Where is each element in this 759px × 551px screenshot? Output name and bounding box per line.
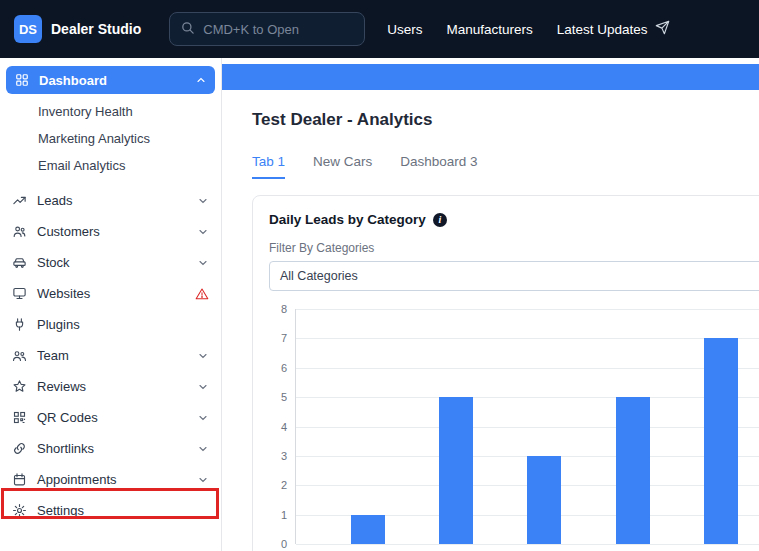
chevron-down-icon bbox=[197, 257, 209, 269]
sidebar-item-label: Team bbox=[37, 348, 197, 363]
tab-1[interactable]: Tab 1 bbox=[252, 154, 285, 179]
star-icon bbox=[12, 379, 27, 394]
sidebar-item-label: Reviews bbox=[37, 379, 197, 394]
trend-up-icon bbox=[12, 193, 27, 208]
chevron-down-icon bbox=[197, 226, 209, 238]
y-axis: 012345678 bbox=[269, 309, 295, 544]
chevron-up-icon bbox=[195, 74, 207, 86]
chevron-down-icon bbox=[197, 443, 209, 455]
tab-new-cars[interactable]: New Cars bbox=[313, 154, 372, 179]
sidebar-item-customers[interactable]: Customers bbox=[0, 216, 221, 247]
sidebar-item-settings[interactable]: Settings bbox=[0, 495, 221, 526]
sidebar-item-label: Appointments bbox=[37, 472, 197, 487]
sidebar-item-websites[interactable]: Websites bbox=[0, 278, 221, 309]
page-title: Test Dealer - Analytics bbox=[252, 110, 759, 130]
sidebar-item-label: Settings bbox=[37, 503, 209, 518]
y-tick-label: 2 bbox=[281, 479, 287, 491]
bar bbox=[616, 397, 650, 544]
main-area: Test Dealer - Analytics Tab 1 New Cars D… bbox=[222, 58, 759, 551]
y-tick-label: 3 bbox=[281, 450, 287, 462]
dashboard-subnav: Inventory Health Marketing Analytics Ema… bbox=[0, 96, 221, 185]
bar bbox=[439, 397, 473, 544]
dashboard-grid-icon bbox=[14, 73, 29, 88]
gear-icon bbox=[12, 503, 27, 518]
app-logo: DS bbox=[14, 15, 42, 43]
bar bbox=[704, 338, 738, 544]
sidebar-item-label: Plugins bbox=[37, 317, 209, 332]
sidebar-item-qr-codes[interactable]: QR Codes bbox=[0, 402, 221, 433]
bar bbox=[351, 515, 385, 544]
topnav-latest-updates[interactable]: Latest Updates bbox=[557, 20, 670, 38]
sidebar-item-appointments[interactable]: Appointments bbox=[0, 464, 221, 495]
y-tick-label: 0 bbox=[281, 538, 287, 550]
bar bbox=[527, 456, 561, 544]
sidebar-subitem-inventory-health[interactable]: Inventory Health bbox=[0, 98, 221, 125]
bar-chart: 012345678 bbox=[269, 309, 759, 544]
sidebar-item-team[interactable]: Team bbox=[0, 340, 221, 371]
link-icon bbox=[12, 441, 27, 456]
search-input[interactable] bbox=[203, 22, 343, 37]
card-title: Daily Leads by Category bbox=[269, 212, 426, 227]
categories-select[interactable]: All Categories bbox=[269, 261, 759, 291]
team-icon bbox=[12, 348, 27, 363]
sidebar-item-label: Websites bbox=[37, 286, 195, 301]
sidebar-item-label: Customers bbox=[37, 224, 197, 239]
sidebar-item-leads[interactable]: Leads bbox=[0, 185, 221, 216]
qr-code-icon bbox=[12, 410, 27, 425]
sidebar-item-label: Stock bbox=[37, 255, 197, 270]
sidebar-subitem-email-analytics[interactable]: Email Analytics bbox=[0, 152, 221, 179]
sidebar-item-label: Leads bbox=[37, 193, 197, 208]
topnav-users-label: Users bbox=[387, 22, 422, 37]
topnav-manufacturers[interactable]: Manufacturers bbox=[447, 22, 533, 37]
bars bbox=[296, 309, 759, 544]
car-icon bbox=[12, 255, 27, 270]
search-icon bbox=[180, 20, 195, 39]
y-tick-label: 6 bbox=[281, 362, 287, 374]
tab-dashboard-3[interactable]: Dashboard 3 bbox=[400, 154, 477, 179]
global-search[interactable] bbox=[169, 12, 365, 46]
topnav-latest-updates-label: Latest Updates bbox=[557, 22, 648, 37]
brand-name: Dealer Studio bbox=[51, 21, 141, 37]
paper-plane-icon bbox=[655, 20, 670, 38]
topnav: Users Manufacturers Latest Updates bbox=[387, 20, 669, 38]
sidebar-item-reviews[interactable]: Reviews bbox=[0, 371, 221, 402]
chevron-down-icon bbox=[197, 195, 209, 207]
y-tick-label: 4 bbox=[281, 421, 287, 433]
daily-leads-card: Daily Leads by Category i Filter By Cate… bbox=[252, 195, 759, 551]
monitor-icon bbox=[12, 286, 27, 301]
y-tick-label: 1 bbox=[281, 509, 287, 521]
sidebar-subitem-marketing-analytics[interactable]: Marketing Analytics bbox=[0, 125, 221, 152]
info-icon[interactable]: i bbox=[433, 213, 447, 227]
calendar-icon bbox=[12, 472, 27, 487]
tabs: Tab 1 New Cars Dashboard 3 bbox=[252, 154, 759, 179]
chevron-down-icon bbox=[197, 350, 209, 362]
y-tick-label: 7 bbox=[281, 332, 287, 344]
sidebar-item-dashboard[interactable]: Dashboard bbox=[6, 66, 215, 94]
filter-label: Filter By Categories bbox=[269, 241, 759, 255]
sidebar: Dashboard Inventory Health Marketing Ana… bbox=[0, 58, 222, 551]
chevron-down-icon bbox=[197, 474, 209, 486]
topbar: DS Dealer Studio Users Manufacturers Lat… bbox=[0, 0, 759, 58]
sidebar-item-shortlinks[interactable]: Shortlinks bbox=[0, 433, 221, 464]
y-tick-label: 5 bbox=[281, 391, 287, 403]
blue-banner bbox=[222, 64, 759, 90]
sidebar-item-stock[interactable]: Stock bbox=[0, 247, 221, 278]
y-tick-label: 8 bbox=[281, 303, 287, 315]
sidebar-item-plugins[interactable]: Plugins bbox=[0, 309, 221, 340]
gridline bbox=[296, 544, 759, 545]
sidebar-item-label: QR Codes bbox=[37, 410, 197, 425]
plot-area bbox=[295, 309, 759, 544]
chevron-down-icon bbox=[197, 412, 209, 424]
topnav-users[interactable]: Users bbox=[387, 22, 422, 37]
sidebar-item-label: Dashboard bbox=[39, 73, 195, 88]
users-icon bbox=[12, 224, 27, 239]
warning-triangle-icon bbox=[195, 287, 209, 301]
chevron-down-icon bbox=[197, 381, 209, 393]
sidebar-item-label: Shortlinks bbox=[37, 441, 197, 456]
plug-icon bbox=[12, 317, 27, 332]
topnav-manufacturers-label: Manufacturers bbox=[447, 22, 533, 37]
